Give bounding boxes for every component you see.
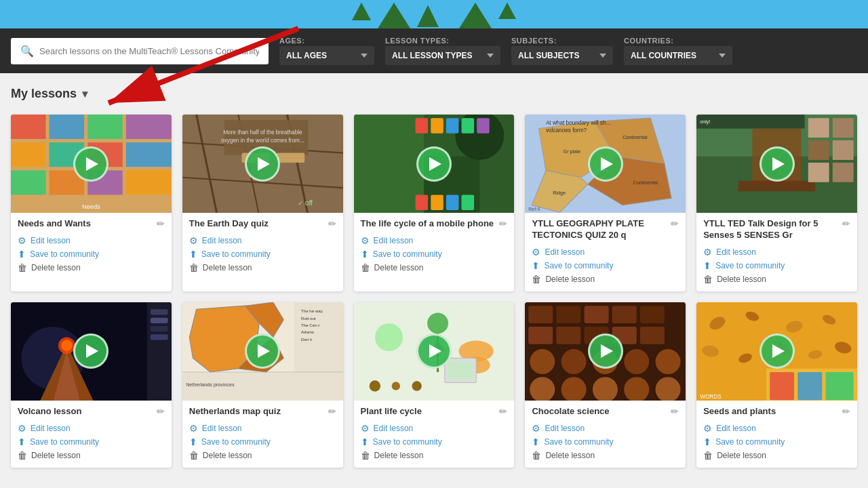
- play-button-3[interactable]: [416, 146, 452, 182]
- svg-rect-103: [557, 306, 581, 323]
- play-button-7[interactable]: [245, 333, 280, 369]
- play-button-10[interactable]: [760, 333, 795, 369]
- svg-point-115: [625, 349, 650, 374]
- lesson-actions-6: ⚙ Edit lesson ⬆ Save to community 🗑 Dele…: [18, 423, 165, 461]
- lesson-title-row-2: The Earth Day quiz ✏: [189, 218, 336, 230]
- save-community-label-9: Save to community: [544, 437, 613, 447]
- save-community-link-5[interactable]: ⬆ Save to community: [703, 260, 850, 271]
- save-community-label-1: Save to community: [30, 249, 99, 259]
- svg-rect-6: [126, 115, 172, 139]
- svg-text:Gr plate: Gr plate: [564, 148, 581, 155]
- save-community-link-1[interactable]: ⬆ Save to community: [18, 249, 165, 260]
- ages-select[interactable]: ALL AGES: [279, 46, 374, 65]
- edit-pencil-icon-3[interactable]: ✏: [499, 218, 507, 229]
- edit-pencil-icon-8[interactable]: ✏: [499, 406, 507, 417]
- save-community-link-10[interactable]: ⬆ Save to community: [703, 436, 850, 447]
- play-button-9[interactable]: [588, 333, 623, 369]
- edit-pencil-icon-5[interactable]: ✏: [842, 218, 850, 229]
- save-community-link-9[interactable]: ⬆ Save to community: [532, 436, 679, 447]
- svg-point-96: [369, 380, 380, 391]
- svg-rect-105: [612, 306, 637, 323]
- edit-lesson-link-9[interactable]: ⚙ Edit lesson: [532, 423, 679, 434]
- lesson-info-6: Volcano lesson ✏ ⚙ Edit lesson ⬆ Save to…: [11, 401, 172, 468]
- save-community-link-3[interactable]: ⬆ Save to community: [361, 249, 508, 260]
- svg-point-112: [530, 349, 555, 374]
- play-button-6[interactable]: [73, 333, 108, 369]
- edit-lesson-link-1[interactable]: ⚙ Edit lesson: [18, 235, 165, 246]
- ages-filter: AGES: ALL AGES: [279, 37, 374, 65]
- edit-pencil-icon-6[interactable]: ✏: [157, 406, 165, 417]
- edit-lesson-link-3[interactable]: ⚙ Edit lesson: [361, 235, 508, 246]
- subjects-select[interactable]: ALL SUBJECTS: [511, 46, 613, 65]
- lesson-actions-8: ⚙ Edit lesson ⬆ Save to community 🗑 Dele…: [361, 423, 508, 461]
- lesson-thumbnail-5: only!: [696, 115, 857, 213]
- save-community-link-7[interactable]: ⬆ Save to community: [189, 436, 336, 447]
- edit-pencil-icon-4[interactable]: ✏: [671, 218, 679, 229]
- edit-lesson-link-4[interactable]: ⚙ Edit lesson: [532, 247, 679, 258]
- delete-lesson-label-2: Delete lesson: [203, 263, 252, 272]
- save-community-link-4[interactable]: ⬆ Save to community: [532, 260, 679, 271]
- tree-decoration: [352, 3, 516, 28]
- delete-lesson-link-2[interactable]: 🗑 Delete lesson: [189, 262, 336, 273]
- lesson-card-5: only! YTLL TED Talk Design for 5 Senses …: [696, 115, 857, 291]
- trash-icon-4: 🗑: [532, 274, 541, 285]
- delete-lesson-link-3[interactable]: 🗑 Delete lesson: [361, 262, 508, 273]
- svg-rect-11: [11, 170, 45, 195]
- svg-rect-41: [461, 195, 474, 210]
- delete-lesson-label-10: Delete lesson: [717, 451, 766, 460]
- chevron-down-icon[interactable]: ▾: [82, 87, 87, 100]
- edit-lesson-link-8[interactable]: ⚙ Edit lesson: [361, 423, 508, 434]
- trash-icon-10: 🗑: [703, 450, 713, 461]
- edit-pencil-icon-2[interactable]: ✏: [328, 218, 336, 229]
- lesson-card-1: Needs Needs and Wants ✏ ⚙ Edit lesson ⬆ …: [11, 115, 172, 291]
- tree-medium: [417, 5, 439, 27]
- play-button-1[interactable]: [73, 146, 108, 182]
- save-community-label-6: Save to community: [30, 437, 99, 447]
- play-button-4[interactable]: [588, 146, 623, 182]
- edit-pencil-icon-9[interactable]: ✏: [671, 406, 679, 417]
- play-icon-4: [601, 157, 613, 171]
- edit-lesson-link-10[interactable]: ⚙ Edit lesson: [703, 423, 850, 434]
- delete-lesson-link-1[interactable]: 🗑 Delete lesson: [18, 262, 165, 273]
- svg-rect-4: [50, 115, 84, 139]
- edit-lesson-link-5[interactable]: ⚙ Edit lesson: [703, 247, 850, 258]
- lesson-title-10: Seeds and plants: [703, 406, 838, 418]
- delete-lesson-link-8[interactable]: 🗑 Delete lesson: [361, 450, 508, 461]
- search-input[interactable]: [39, 46, 259, 56]
- edit-pencil-icon-10[interactable]: ✏: [842, 406, 850, 417]
- lesson-info-2: The Earth Day quiz ✏ ⚙ Edit lesson ⬆ Sav…: [182, 213, 343, 280]
- play-button-8[interactable]: [416, 333, 452, 369]
- svg-rect-60: [808, 140, 829, 160]
- lesson-title-row-9: Chocolate science ✏: [532, 406, 679, 418]
- edit-lesson-link-6[interactable]: ⚙ Edit lesson: [18, 423, 165, 434]
- lesson-types-select[interactable]: ALL LESSON TYPES: [385, 46, 500, 65]
- delete-lesson-link-10[interactable]: 🗑 Delete lesson: [703, 450, 850, 461]
- section-title: My lessons ▾: [11, 87, 857, 101]
- lesson-title-2: The Earth Day quiz: [189, 218, 324, 230]
- edit-pencil-icon-1[interactable]: ✏: [157, 218, 165, 229]
- delete-lesson-link-6[interactable]: 🗑 Delete lesson: [18, 450, 165, 461]
- svg-rect-36: [461, 118, 474, 134]
- edit-lesson-label-6: Edit lesson: [31, 424, 71, 433]
- save-community-link-6[interactable]: ⬆ Save to community: [18, 436, 165, 447]
- delete-lesson-label-1: Delete lesson: [31, 263, 81, 272]
- trash-icon-8: 🗑: [361, 450, 370, 461]
- delete-lesson-link-9[interactable]: 🗑 Delete lesson: [532, 450, 679, 461]
- play-button-5[interactable]: [760, 146, 795, 182]
- toolbar-wrapper: 🔍 AGES: ALL AGES LESSON TYPES: ALL LESSO…: [0, 28, 868, 73]
- lesson-actions-2: ⚙ Edit lesson ⬆ Save to community 🗑 Dele…: [189, 235, 336, 273]
- delete-lesson-link-4[interactable]: 🗑 Delete lesson: [532, 274, 679, 285]
- countries-select[interactable]: ALL COUNTRIES: [624, 46, 732, 65]
- save-community-link-8[interactable]: ⬆ Save to community: [361, 436, 508, 447]
- delete-lesson-link-7[interactable]: 🗑 Delete lesson: [189, 450, 336, 461]
- edit-lesson-link-2[interactable]: ⚙ Edit lesson: [189, 235, 336, 246]
- save-community-label-7: Save to community: [201, 437, 271, 447]
- svg-text:At what boundary will sh...: At what boundary will sh...: [546, 120, 610, 126]
- edit-pencil-icon-7[interactable]: ✏: [328, 406, 336, 417]
- save-community-link-2[interactable]: ⬆ Save to community: [189, 249, 336, 260]
- play-button-2[interactable]: [245, 146, 280, 182]
- svg-rect-40: [446, 195, 458, 210]
- edit-lesson-link-7[interactable]: ⚙ Edit lesson: [189, 423, 336, 434]
- edit-lesson-label-5: Edit lesson: [716, 247, 756, 257]
- delete-lesson-link-5[interactable]: 🗑 Delete lesson: [703, 274, 850, 285]
